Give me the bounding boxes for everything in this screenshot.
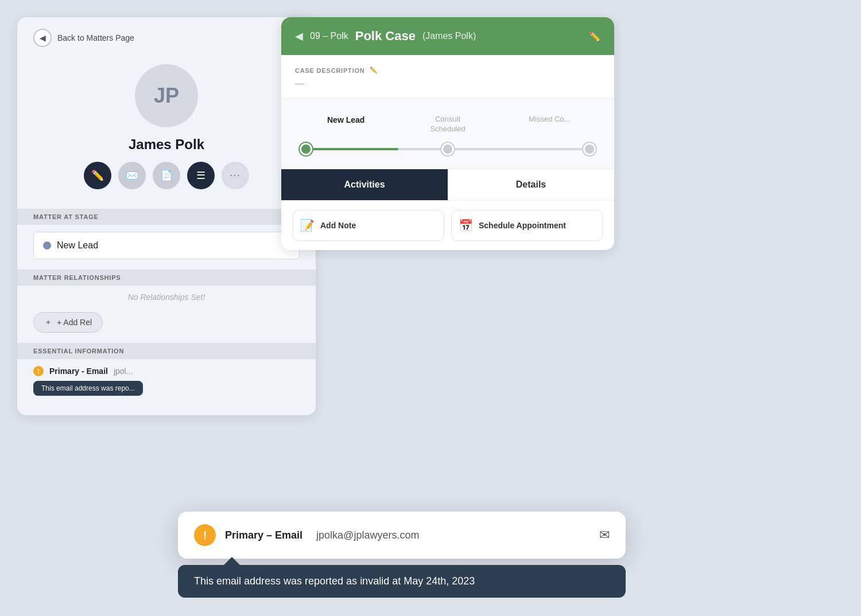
stack-button[interactable]: ☰: [187, 162, 215, 189]
case-id: 09 – Polk: [310, 31, 348, 41]
schedule-appointment-card[interactable]: 📅 Schedule Appointment: [451, 210, 603, 241]
right-panel: ◀ 09 – Polk Polk Case (James Polk) ✏️ CA…: [281, 17, 614, 250]
matter-at-stage-label: MATTER AT STAGE: [17, 209, 316, 225]
stage-value: New Lead: [57, 240, 98, 251]
matter-relationships-label: MATTER RELATIONSHIPS: [17, 270, 316, 286]
essential-email-row: ! Primary - Email jpol...: [17, 359, 316, 379]
action-icons-row: ✏️ ✉️ 📄 ☰ ···: [84, 162, 249, 189]
case-desc-label: CASE DESCRIPTION ✏️: [295, 67, 600, 74]
add-note-label: Add Note: [320, 221, 356, 230]
avatar-section: JP James Polk ✏️ ✉️ 📄 ☰ ···: [17, 53, 316, 198]
case-description-section: CASE DESCRIPTION ✏️ —: [281, 55, 614, 99]
left-panel: ◀ Back to Matters Page JP James Polk ✏️ …: [17, 17, 316, 415]
schedule-icon: 📅: [459, 219, 473, 232]
tabs-row: Activities Details: [281, 169, 614, 201]
stage-item-new-lead: New Lead: [295, 115, 397, 134]
schedule-label: Schedule Appointment: [479, 221, 566, 230]
tooltip-text: This email address was reported as inval…: [194, 575, 475, 587]
tab-activities[interactable]: Activities: [281, 169, 448, 200]
essential-information-label: ESSENTIAL INFORMATION: [17, 343, 316, 359]
more-button[interactable]: ···: [222, 162, 249, 189]
progress-dots: [295, 143, 600, 155]
inline-tooltip: This email address was repo...: [33, 381, 143, 396]
popup-card: ! Primary – Email jpolka@jplawyers.com ✉: [178, 512, 626, 559]
progress-dot-2: [441, 143, 454, 155]
stage-dot: [43, 241, 51, 249]
email-button[interactable]: ✉️: [118, 162, 146, 189]
popup-warning-icon: !: [194, 524, 216, 546]
avatar: JP: [135, 64, 198, 127]
progress-dot-1: [300, 143, 312, 155]
case-name: Polk Case: [355, 29, 416, 44]
stage-progress-section: New Lead ConsultScheduled Missed Co...: [281, 99, 614, 169]
case-nav-arrow[interactable]: ◀: [295, 30, 303, 42]
stage-new-lead-label: New Lead: [295, 115, 397, 125]
document-button[interactable]: 📄: [153, 162, 180, 189]
add-note-card[interactable]: 📝 Add Note: [293, 210, 444, 241]
contact-name: James Polk: [129, 137, 204, 153]
case-desc-content: —: [295, 79, 600, 89]
tab-details[interactable]: Details: [448, 169, 614, 200]
case-client: (James Polk): [422, 31, 476, 41]
stage-consult-label: ConsultScheduled: [397, 115, 498, 134]
back-button[interactable]: ◀: [33, 29, 52, 47]
progress-track: [295, 143, 600, 155]
action-cards-row: 📝 Add Note 📅 Schedule Appointment: [281, 201, 614, 250]
stage-dropdown[interactable]: New Lead ▼: [33, 232, 300, 259]
back-nav-label: Back to Matters Page: [57, 33, 134, 42]
essential-email-val: jpol...: [114, 367, 133, 376]
popup-email-icon[interactable]: ✉: [599, 528, 610, 543]
case-header: ◀ 09 – Polk Polk Case (James Polk) ✏️: [281, 17, 614, 55]
tooltip-arrow: [224, 557, 240, 565]
stage-dropdown-left: New Lead: [43, 240, 98, 251]
popup-primary-label: Primary – Email: [225, 529, 302, 541]
stage-missed-label: Missed Co...: [499, 115, 600, 124]
popup-email-value: jpolka@jplawyers.com: [316, 529, 419, 541]
back-nav-row: ◀ Back to Matters Page: [17, 17, 316, 53]
add-rel-label: + Add Rel: [57, 318, 92, 327]
essential-email-key: Primary - Email: [49, 367, 108, 376]
stage-labels: New Lead ConsultScheduled Missed Co...: [295, 115, 600, 134]
warning-icon: !: [33, 366, 44, 376]
stage-item-consult: ConsultScheduled: [397, 115, 498, 134]
add-relationship-button[interactable]: ＋ + Add Rel: [33, 312, 103, 333]
edit-button[interactable]: ✏️: [84, 162, 111, 189]
no-relationships-text: No Relationships Set!: [17, 286, 316, 309]
tooltip-card: This email address was reported as inval…: [178, 565, 626, 598]
add-rel-icon: ＋: [44, 317, 52, 328]
progress-dot-3: [583, 143, 596, 155]
case-desc-edit-icon[interactable]: ✏️: [370, 67, 378, 74]
case-edit-icon[interactable]: ✏️: [589, 31, 600, 42]
stage-item-missed: Missed Co...: [499, 115, 600, 134]
add-note-icon: 📝: [300, 219, 315, 232]
